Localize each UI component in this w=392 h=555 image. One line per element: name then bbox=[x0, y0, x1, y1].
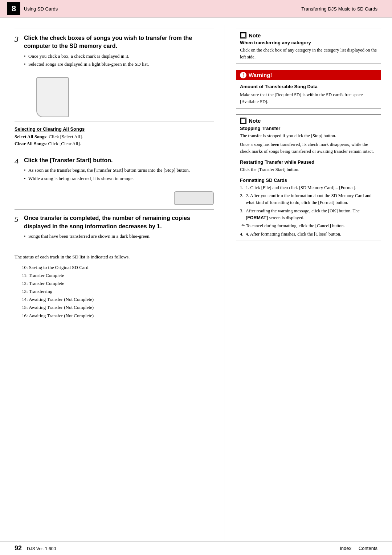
header-left: 8 Using SD Cards bbox=[7, 2, 58, 15]
note-2-subtitle: Stopping Transfer bbox=[240, 126, 377, 131]
step-3-bullets: Once you click a box, a check mark is di… bbox=[24, 53, 214, 68]
note-1: Note When transferring any category Clic… bbox=[236, 29, 381, 64]
svg-rect-0 bbox=[241, 33, 245, 37]
step-5-title: Once transfer is completed, the number o… bbox=[24, 214, 214, 230]
note-1-title: Note bbox=[249, 32, 261, 38]
right-column: Note When transferring any category Clic… bbox=[225, 25, 392, 541]
note-2-body2-text: Once a song has been transferred, its ch… bbox=[240, 141, 377, 155]
header-section-title: Using SD Cards bbox=[24, 6, 58, 12]
formatting-item-3: 3. After reading the warning message, cl… bbox=[240, 208, 377, 221]
transfer-button-image bbox=[174, 191, 214, 205]
step-3: 3 Click the check boxes of songs you wis… bbox=[15, 34, 214, 71]
warning-title: Warning! bbox=[249, 72, 272, 78]
svg-rect-1 bbox=[241, 119, 245, 123]
footer-page-number: 92 bbox=[15, 544, 22, 552]
note-1-header: Note bbox=[240, 32, 377, 38]
note-2-icon bbox=[240, 118, 246, 124]
page-container: 8 Using SD Cards Transferring DJS Music … bbox=[0, 0, 392, 555]
warning-text: Make sure that the [Required SD] is with… bbox=[240, 91, 377, 105]
step-4: 4 Click the [Transfer Start] button. As … bbox=[15, 156, 214, 185]
status-item-6: 16: Awaiting Transfer (Not Complete) bbox=[22, 312, 214, 320]
note-1-subtitle: When transferring any category bbox=[240, 40, 377, 45]
warning-header: ! Warning! bbox=[236, 70, 381, 80]
note-icon-svg bbox=[241, 33, 246, 38]
left-column: 3 Click the check boxes of songs you wis… bbox=[0, 25, 225, 541]
step-3-bullet-2: Selected songs are displayed in a light … bbox=[24, 61, 214, 68]
clear-all-line: Clear All Songs: Click [Clear All]. bbox=[15, 140, 214, 147]
restarting-body: Click the [Transfer Start] button. bbox=[240, 166, 377, 173]
top-divider bbox=[15, 29, 214, 29]
status-item-5: 15: Awaiting Transfer (Not Complete) bbox=[22, 303, 214, 311]
status-item-2: 12: Transfer Complete bbox=[22, 279, 214, 287]
formatting-item-1: 1. 1. Click [File] and then click [SD Me… bbox=[240, 184, 377, 191]
formatting-list: 1. 1. Click [File] and then click [SD Me… bbox=[240, 184, 377, 221]
note-1-body: Click on the check box of any category i… bbox=[240, 47, 377, 61]
header-page-number: 8 bbox=[7, 2, 20, 15]
clear-all-bold: Clear All Songs bbox=[15, 141, 46, 146]
step-4-number: 4 bbox=[15, 156, 19, 167]
step-5-bullet-1: Songs that have been transferred are sho… bbox=[24, 233, 214, 240]
step-5-number: 5 bbox=[15, 214, 19, 225]
footer-right: Index Contents bbox=[340, 546, 377, 551]
status-item-4: 14: Awaiting Transfer (Not Complete) bbox=[22, 295, 214, 303]
divider-3 bbox=[15, 209, 214, 210]
page-header: 8 Using SD Cards Transferring DJS Music … bbox=[0, 0, 392, 18]
warning-exclamation-icon: ! bbox=[240, 72, 246, 78]
formatting-section: Formatting SD Cards 1. 1. Click [File] a… bbox=[240, 177, 377, 238]
page-footer: 92 DJS Ver. 1.600 Index Contents bbox=[0, 541, 392, 555]
selecting-section-title: Selecting or Clearing All Songs bbox=[15, 126, 214, 132]
note-2: Note Stopping Transfer The transfer is s… bbox=[236, 114, 381, 241]
warning-box: ! Warning! Amount of Transferable Song D… bbox=[236, 70, 381, 109]
step-4-body: Click the [Transfer Start] button. As so… bbox=[24, 156, 214, 182]
step-5-body: Once transfer is completed, the number o… bbox=[24, 214, 214, 240]
status-item-1: 11: Transfer Complete bbox=[22, 272, 214, 279]
warning-body: Amount of Transferable Song Data Make su… bbox=[236, 80, 381, 108]
step-5-bullets: Songs that have been transferred are sho… bbox=[24, 233, 214, 240]
step-4-title: Click the [Transfer Start] button. bbox=[24, 156, 214, 164]
main-content: 3 Click the check boxes of songs you wis… bbox=[0, 18, 392, 541]
note-2-header: Note bbox=[240, 118, 377, 124]
formatting-item-2: 2. 2. After you confirm the information … bbox=[240, 192, 377, 206]
restarting-section: Restarting Transfer while Paused Click t… bbox=[240, 159, 377, 173]
status-item-3: 13: Transferring bbox=[22, 287, 214, 295]
step-3-number: 3 bbox=[15, 34, 19, 45]
formatting-item-4: 4. 4. After formatting finishes, click t… bbox=[240, 231, 377, 238]
step-4-bullets: As soon as the transfer begins, the [Tra… bbox=[24, 167, 214, 182]
select-all-line: Select All Songs: Click [Select All]. bbox=[15, 133, 214, 140]
status-item-0: 10: Saving to the Original SD Card bbox=[22, 264, 214, 272]
note-2-title: Note bbox=[249, 118, 261, 124]
footer-contents-link[interactable]: Contents bbox=[359, 546, 377, 551]
formatting-star: * To cancel during formatting, click the… bbox=[240, 223, 377, 229]
sd-card-image bbox=[36, 77, 69, 117]
note-1-icon bbox=[240, 32, 246, 38]
step-5: 5 Once transfer is completed, the number… bbox=[15, 214, 214, 242]
footer-index-link[interactable]: Index bbox=[340, 546, 351, 551]
selecting-section-body: Select All Songs: Click [Select All]. Cl… bbox=[15, 133, 214, 147]
clear-all-rest: : Click [Clear All]. bbox=[46, 141, 81, 146]
step-3-title: Click the check boxes of songs you wish … bbox=[24, 34, 214, 50]
divider-1 bbox=[15, 122, 214, 122]
step-3-bullet-1: Once you click a box, a check mark is di… bbox=[24, 53, 214, 60]
formatting-body: 1. 1. Click [File] and then click [SD Me… bbox=[240, 184, 377, 238]
footer-left: 92 DJS Ver. 1.600 bbox=[15, 544, 56, 552]
note-2-icon-svg bbox=[241, 118, 246, 123]
warning-subtitle: Amount of Transferable Song Data bbox=[240, 83, 377, 90]
step-4-bullet-1: As soon as the transfer begins, the [Tra… bbox=[24, 167, 214, 174]
step-4-bullet-2: While a song is being transferred, it is… bbox=[24, 175, 214, 182]
header-chapter-title: Transferring DJS Music to SD Cards bbox=[301, 6, 377, 12]
selecting-section: Selecting or Clearing All Songs Select A… bbox=[15, 126, 214, 147]
format-bold-text: [FORMAT] bbox=[246, 215, 268, 220]
select-all-bold: Select All Songs bbox=[15, 134, 46, 139]
note-2-body1-text: The transfer is stopped if you click the… bbox=[240, 132, 377, 139]
select-all-rest: : Click [Select All]. bbox=[46, 134, 83, 139]
restarting-subtitle: Restarting Transfer while Paused bbox=[240, 159, 377, 165]
formatting-subtitle: Formatting SD Cards bbox=[240, 177, 377, 183]
step-3-body: Click the check boxes of songs you wish … bbox=[24, 34, 214, 68]
footer-version: DJS Ver. 1.600 bbox=[27, 546, 56, 551]
note-2-body1: The transfer is stopped if you click the… bbox=[240, 132, 377, 155]
status-intro: The status of each track in the SD list … bbox=[15, 253, 214, 261]
status-section: The status of each track in the SD list … bbox=[15, 253, 214, 319]
status-list: 10: Saving to the Original SD Card 11: T… bbox=[22, 264, 214, 320]
divider-2 bbox=[15, 152, 214, 152]
